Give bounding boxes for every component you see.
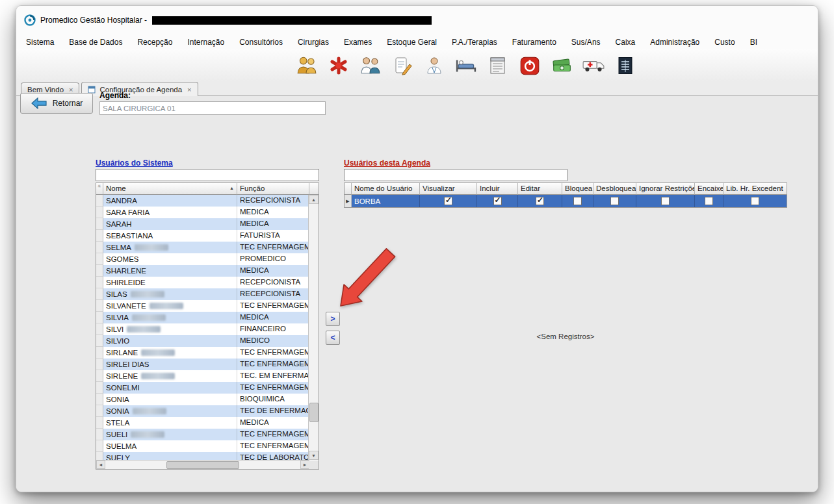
- menu-item[interactable]: Custo: [714, 38, 735, 47]
- move-to-system-button[interactable]: <: [326, 331, 340, 345]
- cell-funcao: MEDICO: [237, 335, 309, 347]
- medical-team-icon[interactable]: [359, 55, 382, 77]
- menu-item[interactable]: Sus/Ans: [571, 38, 601, 47]
- emergency-icon[interactable]: [327, 55, 350, 77]
- table-row[interactable]: SILVI FINANCEIRO: [96, 323, 309, 335]
- column-header[interactable]: Bloquea: [562, 183, 593, 195]
- scroll-up-icon[interactable]: ▲: [309, 195, 319, 204]
- menu-item[interactable]: Consultórios: [239, 38, 283, 47]
- menu-item[interactable]: P.A./Terapias: [452, 38, 497, 47]
- cell-encaixe: [695, 195, 723, 207]
- menu-bar: SistemaBase de DadosRecepçãoInternaçãoCo…: [16, 34, 818, 49]
- column-header-funcao[interactable]: Função: [237, 183, 309, 195]
- menu-item[interactable]: Estoque Geral: [387, 38, 437, 47]
- prescription-icon[interactable]: [391, 55, 414, 77]
- menu-item[interactable]: Caixa: [616, 38, 636, 47]
- menu-item[interactable]: Recepção: [137, 38, 172, 47]
- table-row[interactable]: SIRLEI DIAS TEC ENFERMAGEM: [96, 359, 309, 370]
- table-row[interactable]: SARA FARIA MEDICA: [96, 207, 309, 218]
- table-row[interactable]: SILVIO MEDICO: [96, 335, 309, 347]
- grid-corner-cell[interactable]: [345, 183, 352, 195]
- row-header-cell: [96, 207, 103, 218]
- close-icon[interactable]: ×: [187, 86, 191, 94]
- encaixe-checkbox[interactable]: [705, 197, 713, 205]
- table-row[interactable]: SGOMES PROMEDICO: [96, 253, 309, 265]
- column-header-nome[interactable]: Nome ▲: [103, 183, 237, 195]
- agenda-input[interactable]: [99, 101, 326, 115]
- table-row[interactable]: SILAS RECEPCIONISTA: [96, 288, 309, 300]
- vertical-scrollbar[interactable]: ▲ ▼: [308, 195, 319, 460]
- menu-item[interactable]: Sistema: [26, 38, 54, 47]
- column-header[interactable]: Encaixe: [695, 183, 723, 195]
- table-row[interactable]: SONELMI TEC ENFERMAGEM: [96, 382, 309, 394]
- table-row[interactable]: SELMA TEC ENFERMAGEM: [96, 242, 309, 253]
- cell-funcao: TEC ENFERMAGEM: [237, 242, 309, 253]
- scrollbar-thumb[interactable]: [166, 461, 239, 469]
- menu-item[interactable]: Faturamento: [512, 38, 556, 47]
- cell-nome: SONIA: [103, 394, 237, 405]
- incluir-checkbox[interactable]: [493, 197, 502, 205]
- table-row[interactable]: SANDRA RECEPCIONISTA: [96, 195, 309, 207]
- table-row[interactable]: SHIRLEIDE RECEPCIONISTA: [96, 277, 309, 288]
- scroll-right-icon[interactable]: ►: [300, 460, 309, 469]
- column-header[interactable]: Visualizar: [420, 183, 477, 195]
- hospital-bed-icon[interactable]: [454, 55, 478, 77]
- cell-funcao: TEC ENFERMAGEM: [237, 440, 309, 452]
- cell-funcao: MEDICA: [237, 265, 309, 277]
- bloquear-checkbox[interactable]: [573, 197, 582, 205]
- table-row[interactable]: SIRLANE TEC ENFERMAGEM: [96, 347, 309, 359]
- grid-corner-cell[interactable]: ✳: [96, 183, 103, 195]
- table-row[interactable]: SONIA TEC DE ENFERMAGEM: [96, 405, 309, 417]
- menu-item[interactable]: Base de Dados: [69, 38, 122, 47]
- table-row[interactable]: SILVANETE TEC ENFERMAGEM: [96, 300, 309, 312]
- ambulance-icon[interactable]: [582, 55, 605, 77]
- move-to-agenda-button[interactable]: >: [326, 312, 340, 326]
- column-header[interactable]: Ignorar Restriçõe: [636, 183, 695, 195]
- scroll-left-icon[interactable]: ◄: [96, 460, 105, 469]
- menu-item[interactable]: Internação: [187, 38, 224, 47]
- table-row[interactable]: SIRLENE TEC. EM ENFERMAGEM: [96, 370, 309, 382]
- menu-item[interactable]: Exames: [344, 38, 372, 47]
- lib-hr-excedente-checkbox[interactable]: [751, 197, 759, 205]
- column-header[interactable]: Editar: [518, 183, 562, 195]
- cell-funcao: TEC ENFERMAGEM: [237, 382, 309, 394]
- table-row[interactable]: SUELMA TEC ENFERMAGEM: [96, 440, 309, 452]
- users-panel-title-link[interactable]: Usuários do Sistema: [96, 158, 173, 168]
- visualizar-checkbox[interactable]: [444, 197, 452, 205]
- radiology-icon[interactable]: [614, 55, 637, 77]
- cell-funcao: TEC DE ENFERMAGEM: [237, 405, 309, 417]
- finance-icon[interactable]: [550, 55, 573, 77]
- horizontal-scrollbar[interactable]: ◄ ►: [96, 460, 309, 469]
- billing-icon[interactable]: [486, 55, 510, 77]
- close-icon[interactable]: ×: [69, 86, 73, 94]
- column-header[interactable]: Nome do Usuário: [352, 183, 420, 195]
- table-row[interactable]: SONIA BIOQUIMICA: [96, 394, 309, 405]
- table-row[interactable]: SILVIA MEDICA: [96, 312, 309, 323]
- table-row[interactable]: SEBASTIANA FATURISTA: [96, 230, 309, 242]
- table-row[interactable]: STELA MEDICA: [96, 417, 309, 429]
- retornar-button[interactable]: Retornar: [20, 93, 93, 114]
- back-arrow-icon: [31, 97, 47, 109]
- patients-icon[interactable]: [295, 55, 319, 77]
- column-header[interactable]: Desbloquear: [593, 183, 636, 195]
- users-filter-input[interactable]: [96, 169, 319, 181]
- agenda-panel-title-link[interactable]: Usuários desta Agenda: [344, 158, 430, 168]
- editar-checkbox[interactable]: [536, 197, 544, 205]
- table-row[interactable]: SUELI TEC ENFERMAGEM: [96, 429, 309, 440]
- table-row[interactable]: SARAH MEDICA: [96, 218, 309, 230]
- scroll-down-icon[interactable]: ▼: [309, 451, 319, 460]
- scrollbar-thumb[interactable]: [309, 403, 319, 422]
- table-row[interactable]: ▶ BORBA: [345, 195, 787, 207]
- menu-item[interactable]: BI: [750, 38, 757, 47]
- column-header[interactable]: Incluir: [477, 183, 518, 195]
- menu-item[interactable]: Administração: [650, 38, 699, 47]
- table-row[interactable]: SHARLENE MEDICA: [96, 265, 309, 277]
- doctor-icon[interactable]: [423, 55, 446, 77]
- desbloquear-checkbox[interactable]: [610, 197, 619, 205]
- agenda-filter-input[interactable]: [344, 169, 567, 181]
- column-header[interactable]: Lib. Hr. Excedent: [723, 183, 787, 195]
- menu-item[interactable]: Cirurgias: [298, 38, 329, 47]
- cell-nome: SEBASTIANA: [103, 230, 237, 242]
- ignorar-restricoes-checkbox[interactable]: [661, 197, 670, 205]
- power-icon[interactable]: [518, 55, 541, 77]
